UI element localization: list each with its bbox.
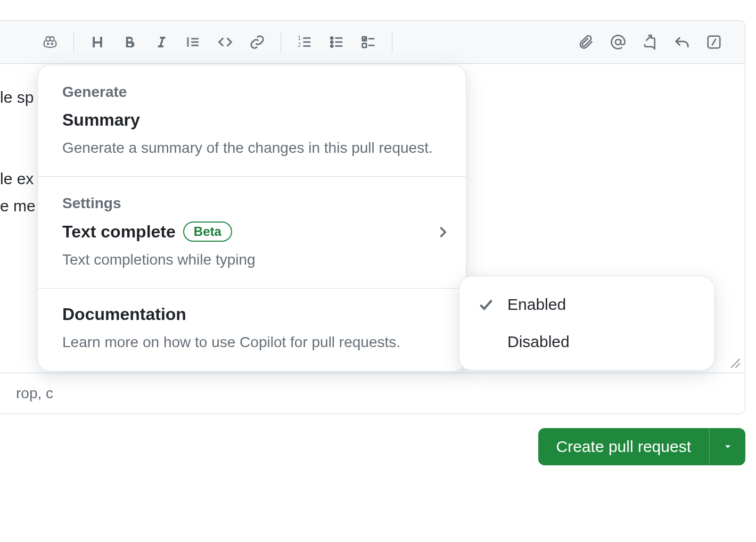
menu-item-desc: Text completions while typing: [62, 249, 441, 270]
code-icon[interactable]: [210, 27, 240, 57]
task-list-icon[interactable]: [354, 27, 383, 57]
menu-item-desc: Learn more on how to use Copilot for pul…: [62, 332, 441, 352]
svg-rect-19: [363, 44, 367, 48]
copilot-icon[interactable]: [35, 27, 65, 57]
submenu-option-enabled[interactable]: Enabled: [459, 286, 714, 323]
svg-line-24: [712, 39, 716, 46]
check-icon: [479, 297, 507, 312]
menu-item-desc: Generate a summary of the changes in thi…: [62, 137, 441, 158]
menu-header-generate: Generate: [38, 65, 466, 106]
create-pull-request-menu-button[interactable]: [709, 428, 745, 465]
quote-icon[interactable]: [178, 27, 208, 57]
chevron-right-icon: [435, 225, 450, 242]
menu-item-title: Documentation: [62, 305, 441, 324]
menu-item-title: Summary: [62, 110, 441, 130]
svg-point-0: [47, 43, 49, 45]
italic-icon[interactable]: [146, 27, 176, 57]
svg-point-21: [615, 39, 621, 45]
attach-icon[interactable]: [571, 27, 601, 57]
svg-line-25: [731, 359, 740, 368]
mention-icon[interactable]: [603, 27, 633, 57]
reply-icon[interactable]: [667, 27, 697, 57]
form-actions: Create pull request: [0, 428, 745, 465]
cross-reference-icon[interactable]: [635, 27, 665, 57]
svg-text:1: 1: [298, 35, 301, 41]
toolbar-separator: [392, 31, 392, 53]
editor-toolbar: 12: [0, 21, 745, 64]
slash-commands-icon[interactable]: [699, 27, 729, 57]
numbered-list-icon[interactable]: 12: [290, 27, 319, 57]
toolbar-separator: [281, 31, 281, 53]
menu-item-summary[interactable]: Summary Generate a summary of the change…: [38, 106, 466, 176]
svg-point-1: [52, 43, 53, 45]
bullet-list-icon[interactable]: [322, 27, 351, 57]
editor-footer-hint[interactable]: rop, c: [0, 373, 745, 414]
resize-handle-icon[interactable]: [729, 357, 741, 368]
footer-hint-text: rop, c: [16, 385, 53, 401]
menu-item-documentation[interactable]: Documentation Learn more on how to use C…: [38, 289, 466, 371]
submenu-option-disabled[interactable]: Disabled: [459, 323, 714, 360]
create-pull-request-button[interactable]: Create pull request: [538, 428, 709, 465]
link-icon[interactable]: [242, 27, 272, 57]
menu-item-text-complete[interactable]: Text complete Beta Text completions whil…: [38, 217, 466, 288]
svg-line-26: [735, 363, 739, 367]
svg-point-12: [331, 41, 333, 43]
svg-point-13: [331, 45, 333, 47]
bold-icon[interactable]: [114, 27, 144, 57]
menu-item-title: Text complete Beta: [62, 221, 441, 242]
beta-badge: Beta: [183, 221, 232, 242]
copilot-menu: Generate Summary Generate a summary of t…: [37, 65, 466, 372]
svg-point-11: [331, 37, 333, 39]
underlying-text: le sp le ex e me: [0, 85, 36, 218]
text-complete-submenu: Enabled Disabled: [459, 276, 714, 371]
svg-text:2: 2: [298, 42, 301, 48]
toolbar-separator: [73, 31, 74, 53]
menu-header-settings: Settings: [38, 177, 466, 217]
svg-line-22: [646, 36, 652, 41]
heading-icon[interactable]: [83, 27, 112, 57]
